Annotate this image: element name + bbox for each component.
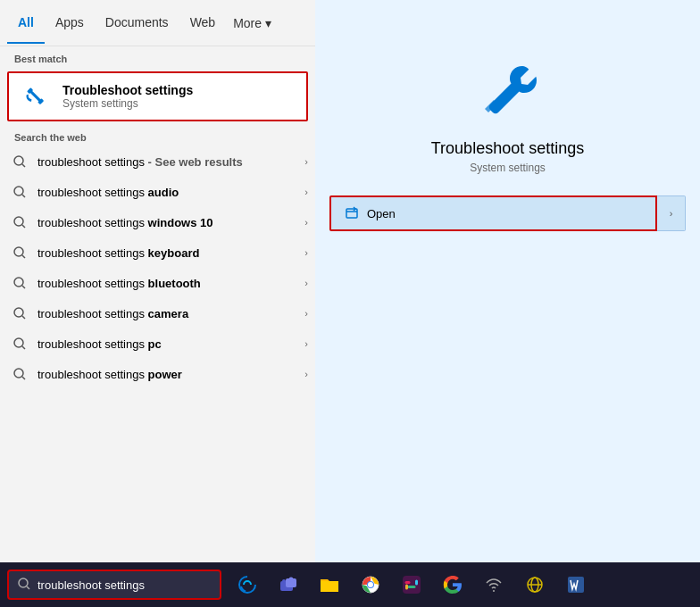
- best-match-label: Best match: [0, 46, 315, 68]
- taskbar-icons: [229, 566, 595, 603]
- svg-point-15: [14, 338, 23, 347]
- app-title: Troubleshoot settings: [431, 139, 584, 158]
- svg-line-12: [22, 286, 25, 288]
- svg-line-21: [27, 586, 29, 589]
- result-arrow-power: ›: [304, 369, 308, 379]
- wrench-icon: [20, 80, 52, 112]
- result-item-audio[interactable]: troubleshoot settings audio ›: [0, 177, 315, 207]
- svg-point-20: [19, 578, 28, 587]
- search-icon-5: [11, 274, 29, 292]
- tab-more-label: More: [233, 16, 262, 30]
- result-item-bluetooth[interactable]: troubleshoot settings bluetooth ›: [0, 268, 315, 298]
- open-label: Open: [367, 207, 396, 220]
- search-icon-8: [11, 365, 29, 383]
- word-icon[interactable]: [557, 566, 595, 603]
- google-icon[interactable]: [434, 566, 471, 603]
- open-btn-row: Open ›: [329, 195, 686, 231]
- app-subtitle: System settings: [470, 162, 546, 174]
- start-menu: All Apps Documents Web More ▾ N ··· ✕: [0, 0, 700, 562]
- result-item-keyboard[interactable]: troubleshoot settings keyboard ›: [0, 237, 315, 268]
- svg-point-11: [14, 278, 23, 287]
- tab-apps[interactable]: Apps: [45, 3, 95, 44]
- svg-line-4: [22, 164, 25, 167]
- chevron-down-icon: ▾: [265, 16, 271, 30]
- result-item-win10[interactable]: troubleshoot settings windows 10 ›: [0, 207, 315, 237]
- svg-point-17: [14, 369, 23, 378]
- result-arrow-win10: ›: [304, 217, 308, 228]
- open-dropdown-arrow[interactable]: ›: [657, 195, 686, 231]
- teams-icon[interactable]: [270, 566, 307, 603]
- search-icon-4: [11, 244, 29, 262]
- svg-point-25: [282, 579, 286, 583]
- right-panel: Troubleshoot settings System settings Op…: [315, 0, 700, 562]
- app-icon-large: [472, 54, 544, 125]
- taskbar: troubleshoot settings: [0, 562, 700, 607]
- best-match-title: Troubleshoot settings: [62, 83, 193, 97]
- svg-point-3: [14, 156, 23, 165]
- edge-icon[interactable]: [229, 566, 266, 603]
- svg-line-6: [22, 195, 25, 197]
- result-text-keyboard: troubleshoot settings keyboard: [38, 246, 296, 260]
- svg-line-10: [22, 255, 25, 258]
- svg-point-30: [493, 590, 495, 592]
- result-item-web[interactable]: troubleshoot settings - See web results …: [0, 146, 315, 177]
- search-icon-2: [11, 183, 29, 201]
- svg-point-7: [14, 217, 23, 226]
- svg-line-18: [22, 377, 25, 379]
- best-match-text: Troubleshoot settings System settings: [62, 83, 193, 110]
- svg-rect-19: [346, 209, 357, 218]
- open-icon: [346, 206, 360, 220]
- slack-icon[interactable]: [393, 566, 430, 603]
- tab-all[interactable]: All: [7, 3, 45, 44]
- best-match-subtitle: System settings: [62, 97, 193, 110]
- svg-line-14: [22, 316, 25, 319]
- result-text-camera: troubleshoot settings camera: [38, 307, 296, 320]
- result-text-bluetooth: troubleshoot settings bluetooth: [38, 277, 296, 290]
- search-icon-6: [11, 304, 29, 322]
- result-arrow-bluetooth: ›: [304, 278, 308, 288]
- tabs-bar: All Apps Documents Web More ▾ N ··· ✕: [0, 0, 315, 46]
- result-item-power[interactable]: troubleshoot settings power ›: [0, 359, 315, 389]
- result-text-power: troubleshoot settings power: [38, 368, 296, 381]
- result-arrow-pc: ›: [304, 338, 308, 349]
- result-arrow-audio: ›: [304, 187, 308, 197]
- dropdown-chevron-icon: ›: [670, 208, 673, 219]
- chrome-icon[interactable]: [352, 566, 389, 603]
- tab-documents[interactable]: Documents: [95, 3, 179, 44]
- svg-rect-29: [403, 576, 421, 594]
- search-web-label: Search the web: [0, 125, 315, 146]
- tab-web[interactable]: Web: [179, 3, 227, 44]
- svg-point-5: [14, 187, 23, 195]
- best-match-item[interactable]: Troubleshoot settings System settings: [7, 71, 308, 121]
- svg-point-28: [368, 582, 373, 587]
- svg-point-13: [14, 308, 23, 317]
- network-icon[interactable]: [475, 566, 512, 603]
- result-item-camera[interactable]: troubleshoot settings camera ›: [0, 298, 315, 328]
- taskbar-search-icon: [18, 578, 30, 593]
- search-icon-3: [11, 213, 29, 231]
- result-arrow-keyboard: ›: [304, 247, 308, 258]
- taskbar-search-box[interactable]: troubleshoot settings: [7, 570, 221, 600]
- result-text-web: troubleshoot settings - See web results: [38, 155, 296, 169]
- tab-more[interactable]: More ▾: [226, 4, 279, 43]
- search-icon: [11, 153, 29, 170]
- result-arrow-camera: ›: [304, 308, 308, 319]
- svg-line-8: [22, 225, 25, 228]
- search-icon-7: [11, 335, 29, 353]
- svg-point-9: [14, 247, 23, 256]
- result-arrow-web: ›: [304, 156, 308, 167]
- result-text-audio: troubleshoot settings audio: [38, 186, 296, 199]
- left-panel: All Apps Documents Web More ▾ N ··· ✕: [0, 0, 315, 562]
- result-text-pc: troubleshoot settings pc: [38, 337, 296, 351]
- svg-point-24: [289, 578, 294, 582]
- web-icon[interactable]: [516, 566, 554, 603]
- result-item-pc[interactable]: troubleshoot settings pc ›: [0, 328, 315, 359]
- result-text-win10: troubleshoot settings windows 10: [38, 216, 296, 229]
- open-button[interactable]: Open: [329, 195, 657, 231]
- svg-line-16: [22, 346, 25, 349]
- file-explorer-icon[interactable]: [311, 566, 348, 603]
- taskbar-search-text: troubleshoot settings: [38, 578, 145, 592]
